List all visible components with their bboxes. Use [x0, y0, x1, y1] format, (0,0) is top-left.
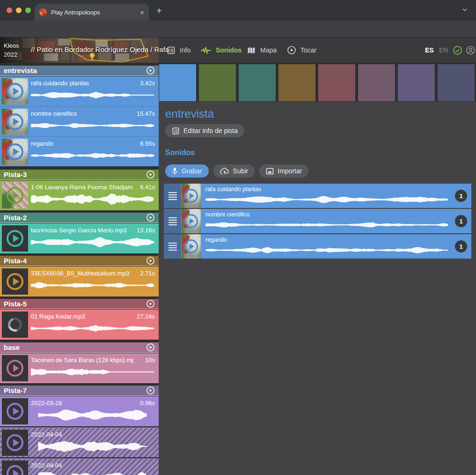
sidebar-sound-row-muted[interactable]: 2022-04-04	[0, 427, 159, 457]
app-logo[interactable]: Kleos 2022	[4, 41, 19, 59]
play-track-icon[interactable]	[146, 170, 155, 179]
track-header-pista-7[interactable]: Pista-7	[0, 386, 159, 396]
track-header-pista-3[interactable]: Pista-3	[0, 170, 159, 180]
drag-handle[interactable]	[164, 234, 181, 259]
play-sound-icon	[7, 403, 23, 420]
panel-sound-row[interactable]: regando 1	[164, 234, 471, 259]
loop-count-badge: 1	[455, 240, 467, 252]
loop-count-badge: 1	[455, 215, 467, 227]
track-swatch-4[interactable]	[278, 64, 315, 101]
account-icon[interactable]	[466, 45, 476, 55]
sound-title: nombre cientifico	[31, 110, 77, 117]
sound-thumbnail[interactable]	[2, 430, 28, 456]
tab-tocar[interactable]: Tocar	[287, 37, 316, 63]
sound-thumbnail[interactable]	[2, 225, 28, 252]
track-detail-panel: entrevista Editar info de pista Sonidos	[159, 102, 476, 475]
sidebar-sound-row[interactable]: Taconeo de Sara Baras (128 kbps).mp3 10s	[0, 353, 159, 383]
track-swatch-8[interactable]	[438, 64, 475, 101]
sound-thumbnail[interactable]	[182, 234, 201, 259]
macos-zoom-button[interactable]	[25, 7, 31, 13]
tab-sonidos[interactable]: Sonidos	[200, 37, 242, 63]
track-swatch-2[interactable]	[199, 64, 236, 101]
tab-close-icon[interactable]: ×	[140, 9, 144, 16]
sound-title: 1-06 Lavanya Rama Poorna Shadjam Rupak..…	[31, 184, 134, 191]
sound-thumbnail[interactable]	[2, 312, 28, 338]
lang-es-button[interactable]: ES	[425, 46, 434, 54]
sidebar-sound-row-muted[interactable]: 2022-04-04	[0, 458, 159, 475]
import-button[interactable]: Importar	[259, 164, 308, 178]
drag-handle[interactable]	[164, 184, 181, 208]
tab-title: Play Antropoloops	[51, 9, 136, 16]
macos-close-button[interactable]	[7, 7, 12, 13]
play-track-icon[interactable]	[146, 386, 155, 395]
track-swatch-7[interactable]	[398, 64, 435, 101]
sidebar-sound-row[interactable]: 01 Raga Kedar.mp3 27.24s	[0, 310, 159, 340]
main-area: entrevista Editar info de pista Sonidos	[159, 63, 476, 475]
sound-thumbnail[interactable]	[182, 184, 201, 208]
sound-thumbnail[interactable]	[2, 182, 28, 208]
sidebar-sound-row[interactable]: lacrimosa Sergio García Merlo.mp3 13.16s	[0, 223, 159, 253]
lang-en-button[interactable]: EN	[439, 46, 448, 54]
waveform	[205, 218, 448, 231]
upload-button[interactable]: Subir	[213, 164, 255, 178]
sound-thumbnail[interactable]	[2, 268, 28, 295]
sound-duration: 6.41s	[140, 184, 155, 191]
track-header-base[interactable]: base	[0, 342, 159, 353]
track-swatch-entrevista[interactable]	[159, 64, 196, 101]
track-swatch-6[interactable]	[358, 64, 395, 101]
macos-minimize-button[interactable]	[16, 7, 22, 13]
track-swatch-5[interactable]	[318, 64, 355, 101]
sound-thumbnail[interactable]	[2, 355, 28, 381]
sound-thumbnail[interactable]	[182, 209, 201, 233]
track-header-pista-4[interactable]: Pista-4	[0, 256, 159, 266]
record-button[interactable]: Grabar	[165, 164, 209, 178]
track-header-pista-2[interactable]: Pista-2	[0, 213, 159, 223]
play-sound-icon	[7, 83, 23, 100]
waveform	[31, 192, 154, 206]
waveform	[31, 470, 154, 475]
breadcrumb: // Patio en Bordador Rodríguez Ojeda / R…	[31, 45, 169, 53]
track-header-entrevista[interactable]: entrevista	[0, 66, 159, 76]
sound-title: lacrimosa Sergio García Merlo.mp3	[31, 227, 126, 234]
tab-info[interactable]: Info	[167, 37, 190, 63]
track-name: Pista-7	[4, 386, 146, 394]
play-sound-icon	[184, 189, 198, 203]
play-sound-icon	[7, 230, 23, 247]
play-sound-icon	[7, 465, 23, 475]
sidebar-sound-row[interactable]: rafa cuidando plantas 3.42s	[0, 76, 159, 106]
sound-thumbnail[interactable]	[2, 398, 28, 424]
sound-title: 01 Raga Kedar.mp3	[31, 313, 85, 320]
sidebar-sound-row[interactable]: 33ESX6038_B5_Muthedukkum.mp3 2.71s	[0, 267, 159, 297]
sidebar-sound-row[interactable]: regando 6.55s	[0, 136, 159, 166]
play-track-icon[interactable]	[146, 299, 155, 308]
panel-sound-row[interactable]: rafa cuidando plantas 1	[164, 184, 471, 208]
tab-mapa[interactable]: Mapa	[247, 37, 277, 63]
drag-handle[interactable]	[164, 209, 181, 233]
browser-tab[interactable]: Play Antropoloops ×	[35, 4, 149, 21]
sound-thumbnail[interactable]	[2, 78, 28, 104]
browser-tab-strip: Play Antropoloops × +	[0, 0, 476, 21]
sound-thumbnail[interactable]	[2, 460, 28, 475]
edit-list-icon	[172, 127, 180, 135]
new-tab-button[interactable]: +	[156, 6, 162, 16]
sound-thumbnail[interactable]	[2, 109, 28, 135]
sidebar-sound-row[interactable]: 2022-03-28 0.96s	[0, 396, 159, 426]
sound-title: nombre cientifico	[205, 211, 250, 218]
play-track-icon[interactable]	[146, 66, 155, 75]
play-track-icon[interactable]	[146, 213, 155, 222]
track-name: Pista-3	[4, 171, 146, 178]
sidebar-sound-row[interactable]: 1-06 Lavanya Rama Poorna Shadjam Rupak..…	[0, 180, 159, 210]
waveform	[31, 88, 154, 102]
sound-thumbnail[interactable]	[2, 139, 28, 165]
sidebar-sound-row[interactable]: nombre cientifico 15.47s	[0, 106, 159, 136]
cloud-upload-icon	[220, 168, 229, 175]
panel-sound-row[interactable]: nombre cientifico 1	[164, 209, 471, 233]
tab-search-chevron-icon[interactable]	[461, 6, 469, 14]
track-swatch-3[interactable]	[239, 64, 276, 101]
play-track-icon[interactable]	[146, 256, 155, 265]
edit-track-info-button[interactable]: Editar info de pista	[165, 124, 244, 137]
microphone-icon	[172, 167, 178, 175]
play-track-icon[interactable]	[146, 343, 155, 352]
waveform	[31, 235, 154, 249]
track-header-pista-5[interactable]: Pista-5	[0, 299, 159, 309]
